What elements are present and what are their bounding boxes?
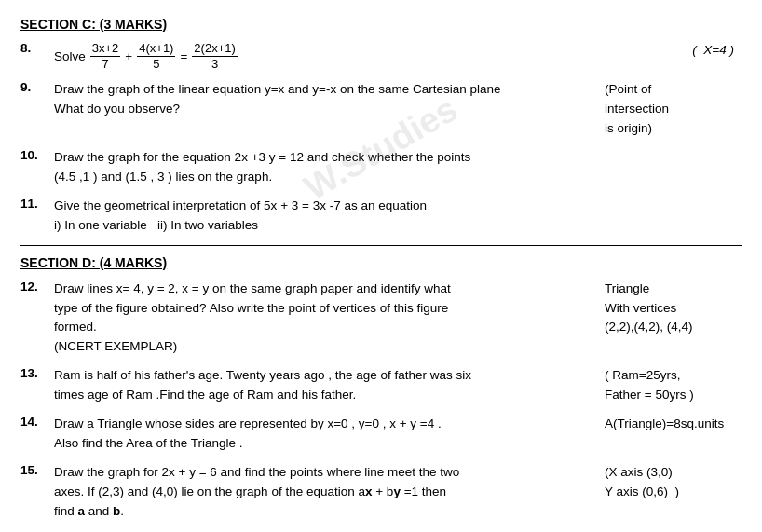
q8-frac3: 2(2x+1) 3	[192, 41, 237, 71]
q10-line1: Draw the graph for the equation 2x +3 y …	[54, 148, 597, 168]
q12-line2: type of the figure obtained? Also write …	[54, 299, 597, 319]
section-divider	[20, 245, 742, 246]
q9-number: 9.	[20, 80, 54, 94]
q15-line3: find a and b.	[54, 502, 597, 522]
q9-content: Draw the graph of the linear equation y=…	[54, 80, 597, 119]
q15-line2: axes. If (2,3) and (4,0) lie on the grap…	[54, 483, 597, 502]
q11-content: Give the geometrical interpretation of 5…	[54, 197, 597, 236]
q15-number: 15.	[20, 463, 54, 477]
q11-line1: Give the geometrical interpretation of 5…	[54, 197, 597, 216]
q12-number: 12.	[20, 280, 54, 293]
q8-frac2: 4(x+1) 5	[137, 41, 175, 71]
q15-answer: (X axis (3,0)Y axis (0,6) )	[597, 463, 742, 502]
q13-line1: Ram is half of his father's age. Twenty …	[54, 366, 597, 386]
section-c-header: SECTION C: (3 MARKS)	[20, 17, 742, 32]
q13-answer: ( Ram=25yrs,Father = 50yrs )	[597, 366, 742, 405]
q12-answer: TriangleWith vertices(2,2),(4,2), (4,4)	[597, 280, 742, 338]
question-11: 11. Give the geometrical interpretation …	[20, 197, 742, 236]
q14-line2: Also find the Area of the Triangle .	[54, 434, 597, 454]
section-d-header: SECTION D: (4 MARKS)	[20, 255, 742, 270]
q12-line4: (NCERT EXEMPLAR)	[54, 337, 597, 357]
q9-answer: (Point ofintersectionis origin)	[597, 80, 742, 139]
q10-content: Draw the graph for the equation 2x +3 y …	[54, 148, 597, 187]
q8-content: Solve 3x+2 7 + 4(x+1) 5 = 2(2x+1) 3	[54, 41, 597, 71]
question-9: 9. Draw the graph of the linear equation…	[20, 80, 742, 139]
question-10: 10. Draw the graph for the equation 2x +…	[20, 148, 742, 187]
q9-line2: What do you observe?	[54, 100, 597, 119]
question-13: 13. Ram is half of his father's age. Twe…	[20, 366, 742, 405]
q14-number: 14.	[20, 415, 54, 429]
question-8: 8. Solve 3x+2 7 + 4(x+1) 5 = 2(2x+1) 3	[20, 41, 742, 71]
q13-line2: times age of Ram .Find the age of Ram an…	[54, 386, 597, 405]
q14-content: Draw a Triangle whose sides are represen…	[54, 415, 597, 454]
q8-answer: ( X=4 )	[597, 41, 742, 61]
q15-content: Draw the graph for 2x + y = 6 and find t…	[54, 463, 597, 522]
q13-content: Ram is half of his father's age. Twenty …	[54, 366, 597, 405]
question-15: 15. Draw the graph for 2x + y = 6 and fi…	[20, 463, 742, 522]
q14-answer: A(Triangle)=8sq.units	[597, 415, 742, 434]
q9-line1: Draw the graph of the linear equation y=…	[54, 80, 597, 100]
q14-line1: Draw a Triangle whose sides are represen…	[54, 415, 597, 434]
q10-line2: (4.5 ,1 ) and (1.5 , 3 ) lies on the gra…	[54, 168, 597, 187]
q12-line1: Draw lines x= 4, y = 2, x = y on the sam…	[54, 280, 597, 299]
q11-number: 11.	[20, 197, 54, 211]
question-12: 12. Draw lines x= 4, y = 2, x = y on the…	[20, 280, 742, 358]
q13-number: 13.	[20, 366, 54, 380]
q12-content: Draw lines x= 4, y = 2, x = y on the sam…	[54, 280, 597, 358]
q8-number: 8.	[20, 41, 54, 55]
q8-solve-label: Solve	[54, 44, 86, 69]
q11-line2: i) In one variable ii) In two variables	[54, 216, 597, 236]
q10-number: 10.	[20, 148, 54, 162]
q12-line3: formed.	[54, 318, 597, 337]
q15-line1: Draw the graph for 2x + y = 6 and find t…	[54, 463, 597, 483]
question-14: 14. Draw a Triangle whose sides are repr…	[20, 415, 742, 454]
q8-frac1: 3x+2 7	[90, 41, 121, 71]
